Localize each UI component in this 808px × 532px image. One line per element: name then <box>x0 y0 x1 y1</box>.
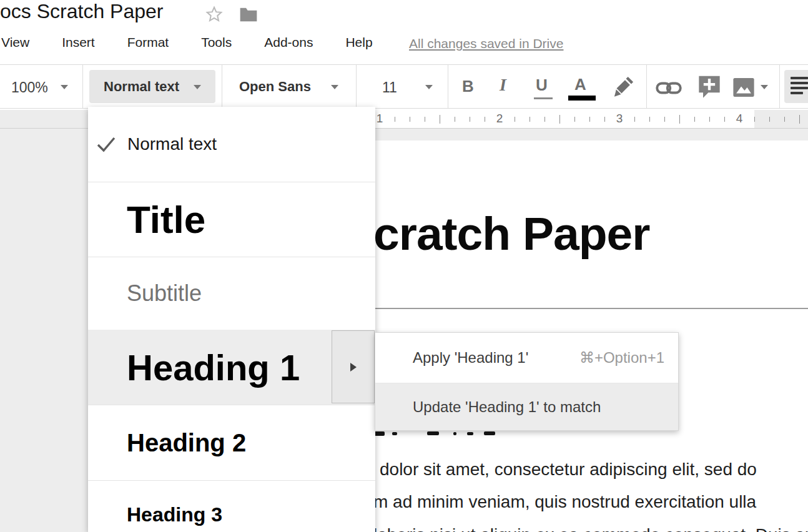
ruler-tick <box>440 115 440 124</box>
ruler-tick <box>799 115 800 124</box>
ruler-tick <box>649 117 650 122</box>
clipped-heading-fragment <box>427 431 439 435</box>
clipped-heading-fragment <box>484 431 495 435</box>
zoom-select[interactable]: 100% <box>11 79 48 96</box>
toolbar-separator <box>82 65 83 108</box>
image-caret-icon[interactable] <box>761 85 768 89</box>
ruler-number: 1 <box>377 112 383 126</box>
submenu-arrow-icon <box>350 363 357 372</box>
keyboard-shortcut: ⌘+Option+1 <box>579 349 664 367</box>
ruler-tick <box>530 117 530 122</box>
style-caret-icon[interactable] <box>194 85 201 89</box>
menu-item-label: Title <box>127 197 205 242</box>
text-color-button[interactable]: A <box>574 75 586 94</box>
ruler-tick <box>754 117 755 122</box>
menu-item-label: Heading 1 <box>127 347 300 388</box>
ruler-tick <box>574 117 575 122</box>
add-comment-icon[interactable] <box>697 74 722 101</box>
align-icon <box>791 92 803 94</box>
body-text-line: dolor sit amet, consectetur adipiscing e… <box>380 460 757 480</box>
toolbar: 100% Normal text Open Sans 11 B I U A <box>0 64 808 109</box>
ruler-number: 3 <box>616 112 623 126</box>
ruler-tick <box>425 117 425 122</box>
menu-item-label: Normal text <box>127 134 217 154</box>
menu-help[interactable]: Help <box>345 35 372 50</box>
clipped-heading-fragment <box>453 432 456 435</box>
menu-item-heading-2[interactable]: Heading 2 <box>88 405 375 480</box>
insert-link-icon[interactable] <box>656 82 682 94</box>
ruler-tick <box>559 115 560 124</box>
ruler-tick <box>679 115 680 124</box>
ruler-tick <box>455 117 455 122</box>
toolbar-separator <box>646 65 647 108</box>
clipped-heading-fragment <box>467 432 473 435</box>
menu-addons[interactable]: Add-ons <box>264 35 313 50</box>
document-heading-title: cratch Paper <box>373 207 649 260</box>
menu-item-heading-3[interactable]: Heading 3 <box>88 481 375 532</box>
heading-1-submenu: Apply 'Heading 1' ⌘+Option+1 Update 'Hea… <box>375 332 679 431</box>
bold-button[interactable]: B <box>462 77 474 96</box>
menu-insert[interactable]: Insert <box>62 35 95 50</box>
ruler-tick <box>485 117 485 122</box>
paragraph-style-menu: Normal text Title Subtitle Heading 1 Hea… <box>88 107 375 532</box>
body-text-line: laboris nisi ut aliquip ex ea commodo co… <box>373 525 808 532</box>
ruler-tick <box>589 117 590 122</box>
toolbar-separator <box>779 65 780 108</box>
clipped-heading-fragment <box>392 432 397 435</box>
menu-view[interactable]: View <box>1 35 29 50</box>
font-size-caret-icon[interactable] <box>425 85 433 89</box>
toolbar-separator <box>448 65 448 108</box>
menu-item-subtitle[interactable]: Subtitle <box>88 257 375 330</box>
font-size-select[interactable]: 11 <box>382 79 397 96</box>
underline-bar <box>534 97 553 99</box>
submenu-item-label: Update 'Heading 1' to match <box>413 398 601 416</box>
zoom-caret-icon[interactable] <box>61 85 68 89</box>
ruler-tick <box>694 117 695 122</box>
ruler-tick <box>515 117 515 122</box>
underline-button[interactable]: U <box>536 76 548 95</box>
paragraph-style-value[interactable]: Normal text <box>104 79 179 95</box>
save-status-link[interactable]: All changes saved in Drive <box>409 36 563 51</box>
ruler-tick <box>470 117 470 122</box>
body-text-line: m ad minim veniam, quis nostrud exercita… <box>373 492 756 512</box>
align-icon <box>791 87 808 89</box>
paint-format-icon[interactable] <box>611 76 634 99</box>
star-icon[interactable] <box>205 5 224 24</box>
menu-item-heading-1[interactable]: Heading 1 <box>88 330 375 405</box>
italic-button[interactable]: I <box>500 75 506 95</box>
toolbar-separator <box>222 65 222 108</box>
ruler-number: 4 <box>736 112 743 126</box>
folder-icon[interactable] <box>239 6 259 23</box>
menu-format[interactable]: Format <box>127 35 169 50</box>
font-caret-icon[interactable] <box>331 85 338 89</box>
submenu-item-label: Apply 'Heading 1' <box>413 349 528 367</box>
align-icon <box>791 77 808 79</box>
ruler-tick <box>634 117 635 122</box>
google-docs-window: ocs Scratch Paper View Insert Format Too… <box>0 0 808 532</box>
ruler-number: 2 <box>496 112 503 126</box>
ruler-tick <box>604 117 605 122</box>
ruler-tick <box>784 117 785 122</box>
ruler-tick <box>410 117 410 122</box>
menu-item-title[interactable]: Title <box>88 182 375 257</box>
menu-item-label: Heading 3 <box>127 503 222 526</box>
toolbar-separator <box>356 65 357 108</box>
menu-item-label: Subtitle <box>127 280 202 307</box>
submenu-item-apply[interactable]: Apply 'Heading 1' ⌘+Option+1 <box>375 333 678 383</box>
insert-image-icon[interactable] <box>732 76 756 99</box>
submenu-item-update[interactable]: Update 'Heading 1' to match <box>375 383 678 430</box>
align-icon <box>791 82 808 84</box>
ruler-tick <box>544 117 545 122</box>
check-icon <box>96 136 116 152</box>
menu-tools[interactable]: Tools <box>201 35 232 50</box>
menu-item-normal-text[interactable]: Normal text <box>88 107 375 182</box>
ruler-tick <box>769 117 770 122</box>
font-select[interactable]: Open Sans <box>239 79 311 95</box>
ruler-tick <box>709 117 710 122</box>
ruler-tick <box>664 117 665 122</box>
text-color-bar <box>568 96 596 101</box>
document-title[interactable]: ocs Scratch Paper <box>0 0 163 23</box>
menubar: View Insert Format Tools Add-ons Help <box>1 35 373 50</box>
heading-1-submenu-button[interactable] <box>332 330 375 403</box>
menu-item-label: Heading 2 <box>127 429 246 457</box>
